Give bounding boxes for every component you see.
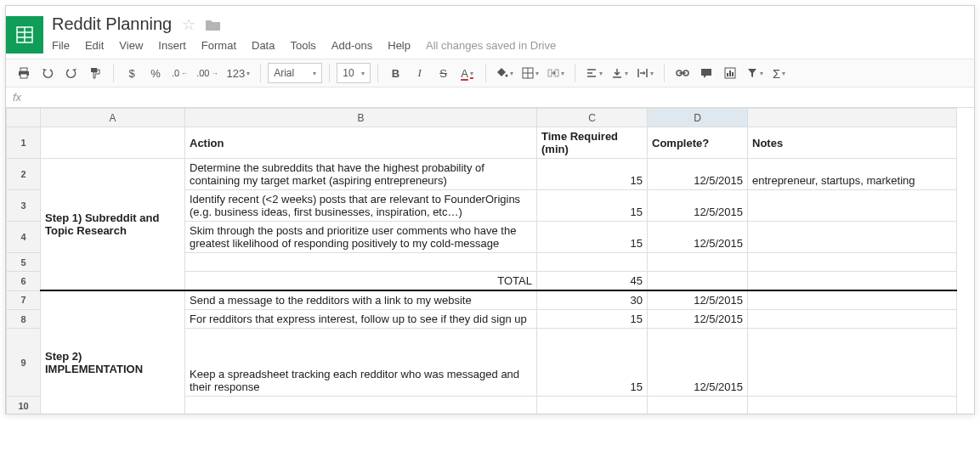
sheets-logo[interactable]: [6, 16, 43, 54]
cell[interactable]: 30: [537, 290, 648, 310]
row-header-10[interactable]: 10: [7, 397, 41, 414]
menu-addons[interactable]: Add-ons: [331, 39, 372, 52]
cell[interactable]: [185, 253, 537, 272]
cell[interactable]: 12/5/2015: [648, 290, 748, 310]
insert-chart-button[interactable]: [719, 62, 741, 84]
cell[interactable]: 15: [537, 310, 648, 329]
doc-title[interactable]: Reddit Planning: [52, 14, 172, 34]
row-header-3[interactable]: 3: [7, 190, 41, 222]
menu-insert[interactable]: Insert: [158, 39, 186, 52]
cell[interactable]: Skim through the posts and prioritize us…: [185, 222, 537, 253]
cell[interactable]: [537, 397, 648, 414]
currency-button[interactable]: $: [121, 62, 143, 84]
cell[interactable]: Keep a spreadsheet tracking each reddito…: [185, 329, 537, 397]
col-header-B[interactable]: B: [185, 109, 537, 127]
col-header-C[interactable]: C: [537, 109, 648, 127]
cell[interactable]: [748, 397, 957, 414]
cell[interactable]: 12/5/2015: [648, 159, 748, 190]
filter-button[interactable]: ▾: [743, 62, 767, 84]
functions-button[interactable]: Σ▾: [768, 62, 790, 84]
cell[interactable]: entrepreneur, startups, marketing: [748, 159, 957, 190]
grid[interactable]: A B C D 1 Action Time Required (min) Com…: [6, 108, 957, 414]
cell[interactable]: Complete?: [648, 127, 748, 159]
insert-comment-button[interactable]: [695, 62, 717, 84]
cell[interactable]: 45: [537, 272, 648, 291]
cell[interactable]: Determine the subreddits that have the h…: [185, 159, 537, 190]
strikethrough-button[interactable]: S: [433, 62, 455, 84]
percent-button[interactable]: %: [144, 62, 167, 84]
cell[interactable]: Send a message to the redditors with a l…: [185, 290, 537, 310]
cell[interactable]: [748, 272, 957, 291]
menu-help[interactable]: Help: [388, 39, 411, 52]
menu-data[interactable]: Data: [252, 39, 275, 52]
cell[interactable]: 15: [537, 222, 648, 253]
col-header-D[interactable]: D: [648, 109, 748, 127]
row-header-5[interactable]: 5: [7, 253, 41, 272]
cell[interactable]: [748, 329, 957, 397]
sheet-area[interactable]: A B C D 1 Action Time Required (min) Com…: [6, 108, 974, 414]
cell[interactable]: Step 1) Subreddit and Topic Research: [41, 159, 185, 291]
cell[interactable]: 12/5/2015: [648, 329, 748, 397]
text-color-button[interactable]: A▾: [456, 62, 479, 84]
text-wrap-button[interactable]: ▾: [633, 62, 657, 84]
cell[interactable]: 12/5/2015: [648, 190, 748, 222]
cell[interactable]: Time Required (min): [537, 127, 648, 159]
italic-button[interactable]: I: [409, 62, 431, 84]
cell[interactable]: For redditors that express interest, fol…: [185, 310, 537, 329]
menu-edit[interactable]: Edit: [85, 39, 104, 52]
cell[interactable]: Action: [185, 127, 537, 159]
cell[interactable]: Identify recent (<2 weeks) posts that ar…: [185, 190, 537, 222]
cell[interactable]: [748, 290, 957, 310]
merge-cells-button[interactable]: ▾: [544, 62, 568, 84]
cell[interactable]: [41, 127, 185, 159]
row-header-7[interactable]: 7: [7, 290, 41, 310]
cell[interactable]: [748, 190, 957, 222]
cell[interactable]: 15: [537, 159, 648, 190]
fill-color-button[interactable]: ▾: [493, 62, 517, 84]
cell[interactable]: TOTAL: [185, 272, 537, 291]
cell[interactable]: [748, 253, 957, 272]
font-size-select[interactable]: 10▾: [337, 63, 370, 83]
col-header-E[interactable]: [748, 109, 957, 127]
insert-link-button[interactable]: [671, 62, 694, 84]
cell[interactable]: 12/5/2015: [648, 310, 748, 329]
bold-button[interactable]: B: [385, 62, 407, 84]
font-select[interactable]: Arial▾: [268, 63, 322, 83]
cell[interactable]: [748, 310, 957, 329]
menu-view[interactable]: View: [119, 39, 143, 52]
menu-file[interactable]: File: [52, 39, 70, 52]
select-all-corner[interactable]: [7, 109, 41, 127]
cell[interactable]: [648, 272, 748, 291]
star-icon[interactable]: ☆: [182, 15, 195, 34]
row-header-4[interactable]: 4: [7, 222, 41, 253]
decrease-decimal-button[interactable]: .0←: [168, 62, 191, 84]
cell[interactable]: [748, 222, 957, 253]
row-header-6[interactable]: 6: [7, 272, 41, 291]
cell[interactable]: Step 2) IMPLEMENTATION: [41, 290, 185, 414]
cell[interactable]: [648, 253, 748, 272]
borders-button[interactable]: ▾: [518, 62, 542, 84]
undo-button[interactable]: [37, 62, 59, 84]
increase-decimal-button[interactable]: .00→: [193, 62, 221, 84]
folder-icon[interactable]: [206, 19, 221, 31]
row-header-2[interactable]: 2: [7, 159, 41, 190]
row-header-1[interactable]: 1: [7, 127, 41, 159]
menu-format[interactable]: Format: [201, 39, 236, 52]
print-button[interactable]: [13, 62, 35, 84]
cell[interactable]: [537, 253, 648, 272]
cell[interactable]: 12/5/2015: [648, 222, 748, 253]
row-header-8[interactable]: 8: [7, 310, 41, 329]
formula-input[interactable]: [30, 87, 967, 107]
cell[interactable]: [648, 397, 748, 414]
number-format-button[interactable]: 123▾: [223, 62, 253, 84]
menu-tools[interactable]: Tools: [290, 39, 315, 52]
col-header-A[interactable]: A: [41, 109, 185, 127]
cell[interactable]: 15: [537, 329, 648, 397]
redo-button[interactable]: [60, 62, 82, 84]
cell[interactable]: 15: [537, 190, 648, 222]
cell[interactable]: Notes: [748, 127, 957, 159]
paint-format-button[interactable]: [84, 62, 106, 84]
cell[interactable]: [185, 397, 537, 414]
h-align-button[interactable]: ▾: [582, 62, 606, 84]
v-align-button[interactable]: ▾: [608, 62, 632, 84]
